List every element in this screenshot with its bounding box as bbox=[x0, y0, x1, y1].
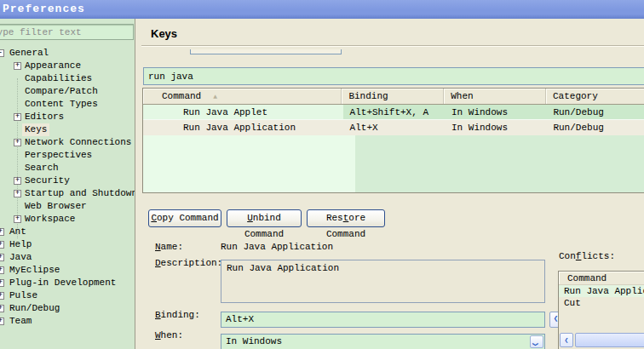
conflicts-label: Conflicts: bbox=[559, 250, 615, 263]
conflict-row-run-java-application[interactable]: Run Java Application bbox=[559, 285, 644, 297]
sidebar-item-label: Capabilities bbox=[22, 72, 95, 85]
sidebar-item-keys[interactable]: Keys bbox=[0, 123, 135, 136]
column-header-when[interactable]: When bbox=[444, 89, 546, 104]
table-empty-command-column bbox=[143, 135, 355, 193]
cell-category: Run/Debug bbox=[546, 105, 644, 119]
sidebar-item-editors[interactable]: +Editors bbox=[0, 111, 135, 123]
expand-icon[interactable]: + bbox=[0, 254, 4, 261]
scrollbar-thumb[interactable] bbox=[575, 333, 644, 347]
chevron-down-icon: ❮ bbox=[530, 342, 543, 346]
conflicts-horizontal-scrollbar[interactable]: ❮ bbox=[560, 333, 644, 347]
sidebar-item-label: Compare/Patch bbox=[22, 85, 101, 98]
when-value: In Windows bbox=[226, 336, 282, 346]
sidebar-item-capabilities[interactable]: Capabilities bbox=[0, 72, 135, 85]
copy-command-button[interactable]: Copy Command bbox=[148, 209, 221, 227]
table-row-run-java-applet[interactable]: Run Java AppletAlt+Shift+X, AIn WindowsR… bbox=[143, 105, 644, 120]
sidebar-item-security[interactable]: +Security bbox=[0, 174, 135, 187]
sidebar-item-ant[interactable]: +Ant bbox=[0, 226, 135, 238]
sidebar-item-label: Workspace bbox=[22, 213, 78, 226]
sidebar-item-label: Run/Debug bbox=[7, 302, 62, 315]
title-separator bbox=[141, 45, 644, 47]
titlebar[interactable]: Preferences bbox=[0, 0, 644, 19]
when-combobox[interactable]: In Windows ❮ bbox=[221, 334, 545, 349]
table-body: Run Java AppletAlt+Shift+X, AIn WindowsR… bbox=[143, 105, 644, 135]
table-row-run-java-application[interactable]: Run Java ApplicationAlt+XIn WindowsRun/D… bbox=[143, 120, 644, 135]
sidebar-item-label: Network Connections bbox=[22, 136, 134, 149]
when-label: When: bbox=[155, 329, 183, 342]
sidebar-item-label: Team bbox=[7, 315, 34, 328]
expand-icon[interactable]: + bbox=[0, 228, 4, 236]
table-empty-area bbox=[143, 135, 644, 193]
filter-input[interactable] bbox=[0, 24, 134, 40]
table-empty-rest bbox=[355, 135, 644, 193]
expand-icon[interactable]: + bbox=[14, 190, 21, 197]
column-header-command[interactable]: Command▲ bbox=[143, 89, 342, 104]
collapse-icon[interactable]: - bbox=[0, 49, 4, 57]
sidebar-item-help[interactable]: +Help bbox=[0, 238, 135, 251]
cell-when: In Windows bbox=[445, 120, 546, 135]
cell-when: In Windows bbox=[445, 105, 546, 119]
conflicts-column-header[interactable]: Command bbox=[559, 272, 644, 285]
sidebar-item-run-debug[interactable]: +Run/Debug bbox=[0, 302, 135, 315]
sidebar-item-web-browser[interactable]: Web Browser bbox=[0, 200, 135, 213]
expand-icon[interactable]: + bbox=[0, 279, 4, 287]
cell-binding: Alt+Shift+X, A bbox=[343, 105, 445, 119]
expand-icon[interactable]: + bbox=[14, 177, 21, 185]
expand-icon[interactable]: + bbox=[0, 266, 4, 274]
sidebar-item-plug-in-development[interactable]: +Plug-in Development bbox=[0, 277, 135, 289]
sidebar-item-content-types[interactable]: Content Types bbox=[0, 98, 135, 111]
sidebar-item-myeclipse[interactable]: +MyEclipse bbox=[0, 264, 135, 277]
sidebar-item-label: Content Types bbox=[22, 98, 101, 111]
combo-arrow-button[interactable]: ❮ bbox=[530, 335, 543, 348]
sidebar-item-label: Editors bbox=[22, 111, 66, 123]
key-bindings-table: Command▲BindingWhenCategory Run Java App… bbox=[142, 88, 644, 193]
restore-command-button[interactable]: Restore Command bbox=[307, 209, 385, 227]
expand-icon[interactable]: + bbox=[0, 292, 4, 300]
column-header-binding[interactable]: Binding bbox=[342, 89, 444, 104]
description-field[interactable]: Run Java Application bbox=[221, 260, 545, 303]
expand-icon[interactable]: + bbox=[14, 113, 21, 121]
sidebar-item-pulse[interactable]: +Pulse bbox=[0, 289, 135, 302]
sidebar-item-workspace[interactable]: +Workspace bbox=[0, 213, 135, 226]
column-header-label: Binding bbox=[348, 91, 388, 101]
sidebar-item-search[interactable]: Search bbox=[0, 162, 135, 174]
expand-icon[interactable]: + bbox=[14, 215, 21, 223]
table-header-row: Command▲BindingWhenCategory bbox=[143, 89, 644, 105]
preferences-window: Preferences -General+AppearanceCapabilit… bbox=[0, 0, 644, 349]
column-header-label: Category bbox=[553, 91, 598, 101]
scheme-combo-partial[interactable] bbox=[190, 49, 342, 54]
sidebar-item-perspectives[interactable]: Perspectives bbox=[0, 149, 135, 162]
sidebar-item-label: Search bbox=[22, 162, 61, 174]
conflict-row-cut[interactable]: Cut bbox=[559, 297, 644, 309]
sidebar-item-label: Help bbox=[7, 238, 34, 251]
sidebar-item-label: Security bbox=[22, 174, 72, 187]
sidebar-item-team[interactable]: +Team bbox=[0, 315, 135, 328]
sidebar-item-java[interactable]: +Java bbox=[0, 251, 135, 264]
sidebar-item-label: Ant bbox=[7, 226, 29, 238]
sidebar-item-compare-patch[interactable]: Compare/Patch bbox=[0, 85, 135, 98]
sidebar-item-label: Startup and Shutdown bbox=[22, 187, 135, 200]
sidebar-item-label: Web Browser bbox=[22, 200, 89, 213]
column-header-category[interactable]: Category bbox=[546, 89, 644, 104]
expand-icon[interactable]: + bbox=[14, 62, 21, 70]
expand-icon[interactable]: + bbox=[0, 241, 4, 249]
sidebar-item-startup-and-shutdown[interactable]: +Startup and Shutdown bbox=[0, 187, 135, 200]
sidebar: -General+AppearanceCapabilitiesCompare/P… bbox=[0, 19, 135, 349]
sidebar-item-appearance[interactable]: +Appearance bbox=[0, 60, 135, 72]
cell-binding: Alt+X bbox=[343, 120, 445, 135]
page-title: Keys bbox=[151, 27, 177, 40]
sidebar-item-general[interactable]: -General bbox=[0, 47, 135, 60]
conflicts-body: Run Java ApplicationCut bbox=[559, 285, 644, 309]
binding-field[interactable]: Alt+X bbox=[221, 312, 545, 328]
sidebar-item-label: Keys bbox=[22, 123, 49, 136]
scroll-left-button[interactable]: ❮ bbox=[560, 333, 573, 347]
binding-label: Binding: bbox=[155, 309, 200, 322]
expand-icon[interactable]: + bbox=[0, 305, 4, 312]
expand-icon[interactable]: + bbox=[0, 318, 4, 325]
expand-icon[interactable]: + bbox=[14, 139, 21, 146]
search-input[interactable] bbox=[143, 67, 644, 85]
cell-command: Run Java Application bbox=[143, 120, 343, 135]
cell-command: Run Java Applet bbox=[143, 105, 343, 119]
sidebar-item-network-connections[interactable]: +Network Connections bbox=[0, 136, 135, 149]
unbind-command-button[interactable]: Unbind Command bbox=[227, 209, 302, 227]
